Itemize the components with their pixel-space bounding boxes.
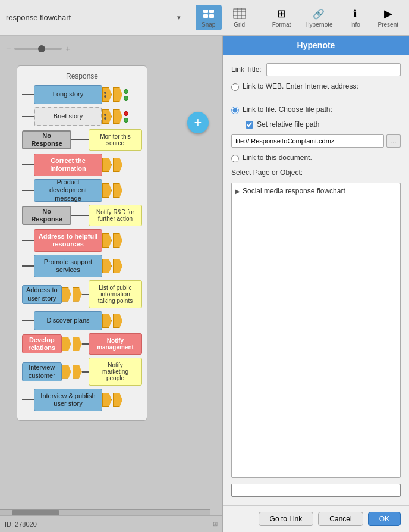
flow-row-address-helpfull: Address to helpfull resources <box>22 229 142 252</box>
node-address-helpfull-label: Address to helpfull resources <box>34 233 102 248</box>
node-discover-plans[interactable]: Discover plans <box>34 311 102 330</box>
radio-file-label: Link to file. Choose file path: <box>243 105 332 114</box>
flow-row-product-dev: Product development message <box>22 179 142 202</box>
connector-dot-red <box>124 111 128 116</box>
node-interview-customer[interactable]: Interview customer <box>22 362 62 381</box>
zoom-slider[interactable] <box>14 48 62 50</box>
dialog-content: Link Title: Link to WEB. Enter Internet … <box>223 55 409 505</box>
snap-button[interactable]: Snap <box>196 5 222 30</box>
node-promote-support-label: Promote support services <box>34 258 102 274</box>
radio-document-label: Link to this document. <box>243 154 312 162</box>
hypenote-icon: 🔗 <box>310 7 327 20</box>
node-product-dev[interactable]: Product development message <box>34 179 102 202</box>
dialog-title: Hypenote <box>223 36 409 55</box>
snap-label: Snap <box>202 21 215 28</box>
note-notify-rd: Notify R&D for further action <box>89 205 142 226</box>
node-promote-support[interactable]: Promote support services <box>34 255 102 277</box>
radio-web-row: Link to WEB. Enter Internet address: <box>231 82 401 91</box>
file-path-input[interactable] <box>231 134 384 148</box>
node-develop-relations[interactable]: Develop relations <box>22 334 62 353</box>
format-label: Format <box>272 21 291 28</box>
radio-web-label: Link to WEB. Enter Internet address: <box>243 82 358 90</box>
response-group: Response Long story <box>17 65 147 421</box>
node-long-story-label: Long story <box>34 90 102 98</box>
flow-row-no-response-1: No Response Monitor this source <box>22 129 142 151</box>
node-discover-plans-label: Discover plans <box>34 317 102 324</box>
node-correct-info-label: Correct the information <box>34 157 102 173</box>
horizontal-scrollbar-thumb[interactable] <box>12 510 59 515</box>
node-brief-story[interactable]: Brief story <box>34 107 102 126</box>
note-notify-marketing: Notify marketing people <box>89 358 142 386</box>
radio-document-row: Link to this document. <box>231 154 401 162</box>
link-title-input[interactable] <box>266 63 401 76</box>
grid-label: Grid <box>234 21 245 28</box>
radio-document[interactable] <box>231 155 239 162</box>
node-address-helpfull[interactable]: Address to helpfull resources <box>34 229 102 252</box>
format-button[interactable]: ⊞ Format <box>268 5 296 30</box>
svg-rect-1 <box>209 10 214 13</box>
hypenote-button[interactable]: 🔗 Hypernote <box>300 5 337 30</box>
hypenote-label: Hypernote <box>305 21 332 28</box>
node-no-response-1-label: No Response <box>23 132 70 148</box>
zoom-controls: − + <box>5 43 71 55</box>
tree-arrow-icon: ▶ <box>235 188 240 195</box>
divider-1 <box>188 6 188 30</box>
dialog-buttons: Go to Link Cancel OK <box>223 505 409 532</box>
svg-rect-8 <box>234 9 246 18</box>
ok-button[interactable]: OK <box>368 512 401 526</box>
present-icon: ▶ <box>380 7 397 20</box>
tree-area: ▶ Social media response flowchart <box>231 183 401 478</box>
main-area: − + + Response Long story <box>0 36 409 532</box>
node-address-user[interactable]: Address to user story <box>22 285 62 304</box>
radio-file[interactable] <box>231 107 239 114</box>
node-address-user-label: Address to user story <box>23 286 61 302</box>
grid-icon <box>231 7 248 20</box>
node-long-story[interactable]: Long story <box>34 85 102 104</box>
resize-handle[interactable]: ⊞ <box>213 521 218 527</box>
response-group-title: Response <box>22 72 142 80</box>
radio-web[interactable] <box>231 83 239 91</box>
diagram-panel[interactable]: − + + Response Long story <box>0 36 223 532</box>
browse-button[interactable]: ... <box>386 134 401 148</box>
hypenote-panel: Hypenote Link Title: Link to WEB. Enter … <box>223 36 409 532</box>
tree-item-flowchart[interactable]: ▶ Social media response flowchart <box>235 187 397 195</box>
present-button[interactable]: ▶ Present <box>373 5 403 30</box>
tree-item-label: Social media response flowchart <box>243 187 345 195</box>
checkbox-relative-label: Set relative file path <box>257 120 319 129</box>
flow-row-correct-info: Correct the information <box>22 154 142 176</box>
document-title: response flowchart <box>6 13 71 22</box>
checkbox-relative[interactable] <box>246 121 253 129</box>
go-to-link-button[interactable]: Go to Link <box>259 512 314 526</box>
node-interview-publish-label: Interview & publish user story <box>34 392 102 408</box>
horizontal-scrollbar[interactable] <box>0 509 210 515</box>
flow-row-discover-plans: Discover plans <box>22 311 142 330</box>
node-correct-info[interactable]: Correct the information <box>34 154 102 176</box>
zoom-in-button[interactable]: + <box>64 43 71 55</box>
node-interview-publish[interactable]: Interview & publish user story <box>34 389 102 411</box>
node-no-response-1[interactable]: No Response <box>22 130 71 149</box>
node-product-dev-label: Product development message <box>34 179 102 202</box>
svg-rect-3 <box>209 14 214 18</box>
link-title-label: Link Title: <box>231 65 262 74</box>
zoom-out-button[interactable]: − <box>5 43 12 55</box>
format-icon: ⊞ <box>273 7 290 20</box>
flow-row-interview-publish: Interview & publish user story <box>22 389 142 411</box>
note-list-public-info: List of public information talking point… <box>89 280 142 308</box>
spacer-1 <box>231 97 401 99</box>
bottom-input[interactable] <box>231 484 401 497</box>
svg-rect-0 <box>203 10 208 13</box>
flow-row-address-user: Address to user story List of public inf… <box>22 280 142 308</box>
add-button[interactable]: + <box>187 112 209 133</box>
select-page-label: Select Page or Object: <box>231 168 303 177</box>
divider-2 <box>260 6 260 30</box>
node-no-response-2-label: No Response <box>23 208 70 223</box>
info-button[interactable]: ℹ Info <box>342 5 369 30</box>
select-page-label-row: Select Page or Object: <box>231 168 401 177</box>
flowchart-container[interactable]: + Response Long story <box>5 60 218 514</box>
snap-icon <box>200 7 217 20</box>
info-icon: ℹ <box>347 7 364 20</box>
info-label: Info <box>350 21 360 28</box>
cancel-button[interactable]: Cancel <box>318 512 363 526</box>
node-no-response-2[interactable]: No Response <box>22 206 71 225</box>
grid-button[interactable]: Grid <box>226 5 253 30</box>
